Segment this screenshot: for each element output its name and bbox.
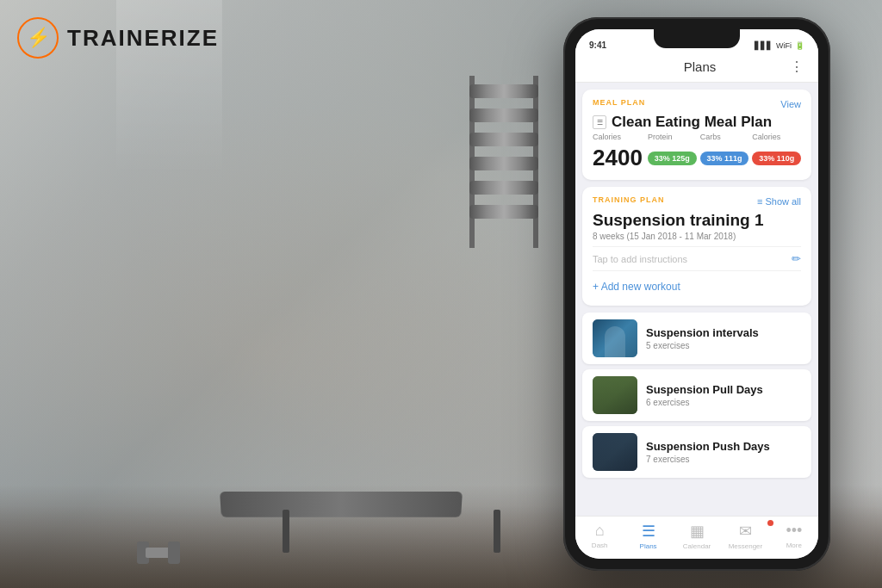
fat-badge: 33% 110g: [752, 152, 801, 165]
training-plan-name: Suspension training 1: [593, 211, 801, 230]
bottom-nav: ⌂ Dash ☰ Plans ▦ Calendar ✉ Messenger: [575, 516, 818, 559]
training-plan-label: TRAINING PLAN: [593, 195, 665, 204]
bench-leg-1: [283, 510, 289, 553]
dash-label: Dash: [592, 542, 608, 549]
status-time: 9:41: [589, 40, 606, 50]
training-plan-card: TRAINING PLAN ≡ Show all Suspension trai…: [582, 187, 811, 306]
meal-plan-label: MEAL PLAN: [593, 98, 645, 107]
nav-item-plans[interactable]: ☰ Plans: [624, 522, 672, 550]
meal-plan-header-row: MEAL PLAN View: [593, 98, 801, 110]
phone-device: 9:41 ▋▋▋ WiFi 🔋 Plans ⋮ MEAL PLAN: [563, 17, 830, 571]
phone-notch: [654, 29, 740, 48]
logo: ⚡ TRAINERIZE: [17, 17, 219, 59]
workout-exercises-2: 7 exercises: [646, 455, 801, 464]
meal-icon-symbol: ☰: [597, 119, 603, 127]
battery-icon: 🔋: [795, 41, 804, 50]
meal-icon: ☰: [593, 115, 606, 129]
calendar-icon: ▦: [690, 522, 705, 541]
phone-screen: 9:41 ▋▋▋ WiFi 🔋 Plans ⋮ MEAL PLAN: [575, 29, 818, 559]
training-plan-meta: 8 weeks (15 Jan 2018 - 11 Mar 2018): [593, 232, 801, 241]
workout-item-2[interactable]: Suspension Push Days 7 exercises: [582, 426, 811, 478]
calendar-label: Calendar: [683, 542, 711, 550]
nav-item-messenger[interactable]: ✉ Messenger: [721, 522, 769, 550]
wifi-icon: WiFi: [776, 41, 792, 50]
workout-item-1[interactable]: Suspension Pull Days 6 exercises: [582, 369, 811, 421]
instructions-placeholder: Tap to add instructions: [593, 254, 687, 264]
nav-item-more[interactable]: ••• More: [770, 522, 818, 550]
workout-info-2: Suspension Push Days 7 exercises: [646, 440, 801, 464]
floor-dumbbell: [133, 519, 184, 571]
workout-info-1: Suspension Pull Days 6 exercises: [646, 383, 801, 407]
carbs-label: Carbs: [700, 133, 749, 141]
calories-label: Calories: [593, 133, 644, 141]
status-icons: ▋▋▋ WiFi 🔋: [755, 41, 804, 50]
edit-icon[interactable]: ✏: [792, 252, 801, 265]
messenger-icon: ✉: [739, 522, 752, 541]
macros-labels: Calories Protein Carbs Calories: [593, 133, 801, 141]
phone-outer: 9:41 ▋▋▋ WiFi 🔋 Plans ⋮ MEAL PLAN: [563, 17, 830, 571]
carbs-badge: 33% 111g: [700, 152, 749, 165]
app-header: Plans ⋮: [575, 53, 818, 83]
add-workout-button[interactable]: + Add new workout: [593, 281, 680, 293]
nav-item-dash[interactable]: ⌂ Dash: [575, 522, 624, 550]
dumbbell-rack: [461, 59, 547, 274]
view-link[interactable]: View: [780, 99, 801, 109]
workout-thumb-image-0: [593, 319, 637, 357]
show-all-text: Show all: [765, 196, 801, 207]
macros-values: 2400 33% 125g 33% 111g 33% 110g: [593, 145, 801, 171]
meal-plan-title-row: ☰ Clean Eating Meal Plan: [593, 114, 801, 131]
calories-value: 2400: [593, 145, 644, 171]
fat-label: Calories: [752, 133, 801, 141]
header-menu-icon[interactable]: ⋮: [790, 59, 804, 75]
plans-icon: ☰: [642, 522, 655, 541]
bench: [220, 492, 463, 517]
workout-info-0: Suspension intervals 5 exercises: [646, 326, 801, 350]
workout-title-2: Suspension Push Days: [646, 440, 801, 453]
logo-icon: ⚡: [17, 17, 59, 59]
show-all-link[interactable]: ≡ Show all: [757, 196, 801, 207]
protein-badge: 33% 125g: [648, 152, 697, 165]
messenger-badge: [767, 520, 773, 526]
logo-text: TRAINERIZE: [67, 25, 219, 52]
nav-item-calendar[interactable]: ▦ Calendar: [673, 522, 721, 550]
header-title: Plans: [610, 59, 790, 74]
protein-label: Protein: [648, 133, 697, 141]
workout-title-1: Suspension Pull Days: [646, 383, 801, 396]
workout-thumb-1: [593, 376, 637, 414]
app-content[interactable]: MEAL PLAN View ☰ Clean Eating Meal Plan …: [575, 83, 818, 516]
meal-plan-card: MEAL PLAN View ☰ Clean Eating Meal Plan …: [582, 90, 811, 180]
more-icon: •••: [786, 522, 802, 540]
workout-thumb-0: [593, 319, 637, 357]
workout-exercises-1: 6 exercises: [646, 398, 801, 407]
signal-icon: ▋▋▋: [755, 41, 773, 50]
dash-icon: ⌂: [595, 522, 605, 540]
list-icon: ≡: [757, 196, 762, 207]
more-label: More: [786, 542, 802, 549]
bench-leg-2: [494, 510, 500, 553]
workout-title-0: Suspension intervals: [646, 326, 801, 339]
instructions-row[interactable]: Tap to add instructions ✏: [593, 246, 801, 270]
workout-exercises-0: 5 exercises: [646, 341, 801, 350]
workout-thumb-2: [593, 433, 637, 471]
plans-label: Plans: [640, 542, 657, 550]
meal-plan-name: Clean Eating Meal Plan: [612, 114, 772, 131]
training-plan-header-row: TRAINING PLAN ≡ Show all: [593, 195, 801, 207]
workout-item-0[interactable]: Suspension intervals 5 exercises: [582, 313, 811, 364]
messenger-label: Messenger: [729, 542, 763, 550]
add-workout-row: + Add new workout: [593, 270, 801, 297]
